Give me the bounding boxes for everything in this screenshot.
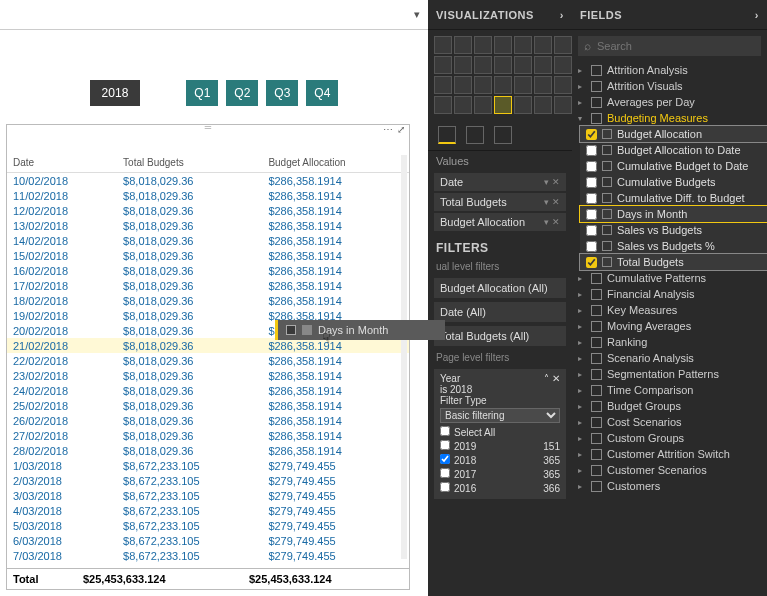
table-row[interactable]: 23/02/2018$8,018,029.36$286,358.1914 <box>7 368 409 383</box>
resize-handle-icon[interactable]: ═ <box>205 122 211 132</box>
viz-type-icon[interactable] <box>494 96 512 114</box>
viz-type-icon[interactable] <box>554 36 572 54</box>
viz-type-icon[interactable] <box>434 56 452 74</box>
table-row[interactable]: 27/02/2018$8,018,029.36$286,358.1914 <box>7 428 409 443</box>
table-node[interactable]: ▸Key Measures <box>572 302 767 318</box>
table-node[interactable]: ▸Averages per Day <box>572 94 767 110</box>
select-all-checkbox[interactable] <box>440 426 450 436</box>
viz-type-icon[interactable] <box>554 96 572 114</box>
table-node[interactable]: ▸Ranking <box>572 334 767 350</box>
viz-type-icon[interactable] <box>434 36 452 54</box>
viz-type-icon[interactable] <box>434 76 452 94</box>
field-checkbox[interactable] <box>586 177 597 188</box>
table-node[interactable]: ▸Attrition Analysis <box>572 62 767 78</box>
col-header-total-budgets[interactable]: Total Budgets <box>117 153 262 173</box>
table-row[interactable]: 24/02/2018$8,018,029.36$286,358.1914 <box>7 383 409 398</box>
viz-type-icon[interactable] <box>434 96 452 114</box>
table-node[interactable]: ▸Custom Groups <box>572 430 767 446</box>
viz-type-icon[interactable] <box>554 76 572 94</box>
table-row[interactable]: 13/02/2018$8,018,029.36$286,358.1914 <box>7 218 409 233</box>
viz-type-icon[interactable] <box>534 56 552 74</box>
table-node[interactable]: ▸Attrition Visuals <box>572 78 767 94</box>
chevron-down-icon[interactable]: ▾ ✕ <box>544 177 560 187</box>
filter-type-select[interactable]: Basic filtering <box>440 408 560 423</box>
field-node[interactable]: Budget Allocation to Date <box>580 142 767 158</box>
year-filter-card[interactable]: Year ˄ ✕ is 2018 Filter Type Basic filte… <box>434 369 566 499</box>
chevron-down-icon[interactable]: ▾ ✕ <box>544 197 560 207</box>
table-row[interactable]: 10/02/2018$8,018,029.36$286,358.1914 <box>7 173 409 189</box>
table-node[interactable]: ▸Budget Groups <box>572 398 767 414</box>
field-checkbox[interactable] <box>586 129 597 140</box>
table-row[interactable]: 7/03/2018$8,672,233.105$279,749.455 <box>7 548 409 563</box>
viz-type-icon[interactable] <box>534 36 552 54</box>
viz-type-icon[interactable] <box>454 76 472 94</box>
table-node[interactable]: ▸Cumulative Patterns <box>572 270 767 286</box>
field-well[interactable]: Total Budgets▾ ✕ <box>434 193 566 211</box>
field-well[interactable]: Date▾ ✕ <box>434 173 566 191</box>
field-checkbox[interactable] <box>586 257 597 268</box>
table-row[interactable]: 16/02/2018$8,018,029.36$286,358.1914 <box>7 263 409 278</box>
visual-filter-pill[interactable]: Budget Allocation (All) <box>434 278 566 298</box>
viz-type-icon[interactable] <box>494 56 512 74</box>
fields-search[interactable]: ⌕ <box>578 36 761 56</box>
table-row[interactable]: 22/02/2018$8,018,029.36$286,358.1914 <box>7 353 409 368</box>
viz-type-icon[interactable] <box>554 56 572 74</box>
table-row[interactable]: 14/02/2018$8,018,029.36$286,358.1914 <box>7 233 409 248</box>
visual-filter-pill[interactable]: Total Budgets (All) <box>434 326 566 346</box>
collapse-icon[interactable]: ˄ <box>544 373 549 384</box>
top-dropdown[interactable]: ▾ <box>0 0 428 30</box>
table-row[interactable]: 21/02/2018$8,018,029.36$286,358.1914 <box>7 338 409 353</box>
year-option-row[interactable]: 2016366 <box>440 481 560 495</box>
analytics-tool-icon[interactable] <box>494 126 512 144</box>
close-icon[interactable]: ✕ <box>552 373 560 384</box>
format-tool-icon[interactable] <box>466 126 484 144</box>
table-row[interactable]: 4/03/2018$8,672,233.105$279,749.455 <box>7 503 409 518</box>
field-node[interactable]: Sales vs Budgets <box>580 222 767 238</box>
quarter-button-q3[interactable]: Q3 <box>266 80 298 106</box>
field-checkbox[interactable] <box>586 209 597 220</box>
table-row[interactable]: 17/02/2018$8,018,029.36$286,358.1914 <box>7 278 409 293</box>
table-row[interactable]: 25/02/2018$8,018,029.36$286,358.1914 <box>7 398 409 413</box>
table-row[interactable]: 6/03/2018$8,672,233.105$279,749.455 <box>7 533 409 548</box>
field-checkbox[interactable] <box>586 225 597 236</box>
table-row[interactable]: 5/03/2018$8,672,233.105$279,749.455 <box>7 518 409 533</box>
viz-type-icon[interactable] <box>534 76 552 94</box>
table-node[interactable]: ▾Budgeting Measures <box>572 110 767 126</box>
quarter-button-q1[interactable]: Q1 <box>186 80 218 106</box>
viz-type-icon[interactable] <box>514 56 532 74</box>
viz-type-icon[interactable] <box>534 96 552 114</box>
table-visual[interactable]: ═ ⋯ ⤢ Date Total Budgets Budget Allocati… <box>6 124 410 590</box>
table-row[interactable]: 11/02/2018$8,018,029.36$286,358.1914 <box>7 188 409 203</box>
table-row[interactable]: 15/02/2018$8,018,029.36$286,358.1914 <box>7 248 409 263</box>
field-node[interactable]: Sales vs Budgets % <box>580 238 767 254</box>
viz-type-icon[interactable] <box>454 56 472 74</box>
viz-type-icon[interactable] <box>514 76 532 94</box>
year-checkbox[interactable] <box>440 454 450 464</box>
year-option-row[interactable]: 2019151 <box>440 439 560 453</box>
field-node[interactable]: Cumulative Budget to Date <box>580 158 767 174</box>
table-row[interactable]: 26/02/2018$8,018,029.36$286,358.1914 <box>7 413 409 428</box>
field-node[interactable]: Cumulative Budgets <box>580 174 767 190</box>
year-checkbox[interactable] <box>440 482 450 492</box>
chevron-right-icon[interactable]: › <box>560 9 564 21</box>
fields-tool-icon[interactable] <box>438 126 456 144</box>
viz-type-icon[interactable] <box>474 76 492 94</box>
viz-type-icon[interactable] <box>514 36 532 54</box>
field-node[interactable]: Days in Month <box>580 206 767 222</box>
chevron-right-icon[interactable]: › <box>755 9 759 21</box>
scrollbar[interactable] <box>401 155 407 559</box>
year-slicer-button[interactable]: 2018 <box>90 80 141 106</box>
field-checkbox[interactable] <box>586 241 597 252</box>
table-row[interactable]: 28/02/2018$8,018,029.36$286,358.1914 <box>7 443 409 458</box>
viz-type-icon[interactable] <box>474 56 492 74</box>
table-node[interactable]: ▸Financial Analysis <box>572 286 767 302</box>
table-node[interactable]: ▸Customer Scenarios <box>572 462 767 478</box>
col-header-budget-allocation[interactable]: Budget Allocation <box>262 153 409 173</box>
viz-type-icon[interactable] <box>494 76 512 94</box>
table-node[interactable]: ▸Scenario Analysis <box>572 350 767 366</box>
viz-type-icon[interactable] <box>494 36 512 54</box>
fields-search-input[interactable] <box>597 40 755 52</box>
field-well[interactable]: Budget Allocation▾ ✕ <box>434 213 566 231</box>
visual-filter-pill[interactable]: Date (All) <box>434 302 566 322</box>
viz-type-icon[interactable] <box>454 36 472 54</box>
